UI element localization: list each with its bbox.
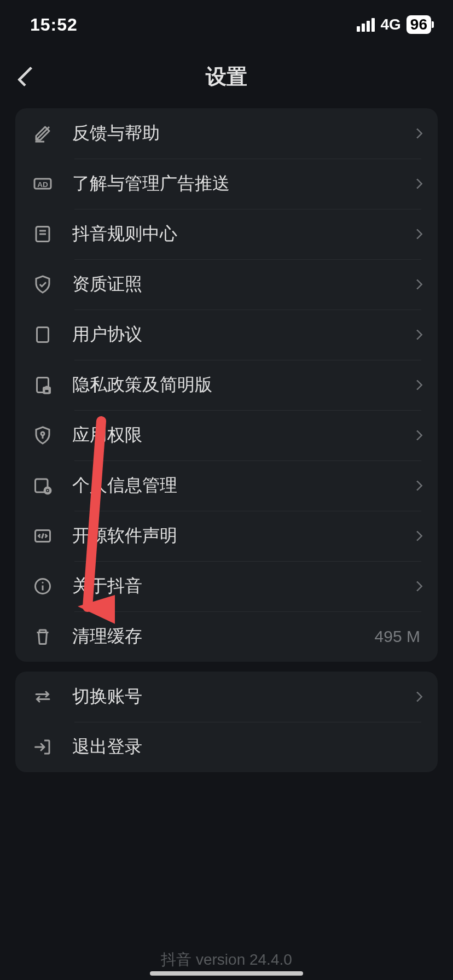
settings-group-2: 切换账号 退出登录 [15,672,438,772]
row-open-source[interactable]: 开源软件声明 [15,511,438,561]
status-bar: 15:52 4G 96 [0,0,453,49]
code-icon [32,525,54,547]
row-label: 了解与管理广告推送 [72,172,407,196]
chevron-right-icon [412,279,423,290]
svg-point-14 [47,490,49,492]
chevron-right-icon [412,329,423,340]
row-label: 应用权限 [72,423,407,447]
signal-icon [357,18,375,32]
row-label: 隐私政策及简明版 [72,373,407,397]
row-switch-account[interactable]: 切换账号 [15,672,438,722]
row-label: 开源软件声明 [72,524,407,548]
doc-lock-icon [32,374,54,396]
status-right: 4G 96 [357,15,431,34]
doc-icon [32,324,54,346]
book-icon [32,223,54,245]
chevron-right-icon [412,581,423,592]
svg-rect-5 [37,328,49,342]
shield-check-icon [32,273,54,295]
row-label: 退出登录 [72,735,421,759]
trash-icon [32,626,54,648]
ad-icon: AD [32,173,54,195]
row-label: 资质证照 [72,272,407,296]
row-label: 清理缓存 [72,625,375,649]
row-logout[interactable]: 退出登录 [15,722,438,772]
row-qualification[interactable]: 资质证照 [15,259,438,310]
row-label: 抖音规则中心 [72,222,407,246]
chevron-right-icon [412,380,423,390]
version-footer: 抖音 version 24.4.0 [0,949,453,970]
settings-group-1: 反馈与帮助 AD 了解与管理广告推送 抖音规则中心 资质证照 [15,108,438,662]
svg-text:AD: AD [37,180,48,189]
row-about[interactable]: 关于抖音 [15,561,438,611]
chevron-right-icon [412,229,423,240]
chevron-right-icon [412,178,423,189]
chevron-right-icon [412,430,423,441]
row-label: 个人信息管理 [72,474,407,498]
row-feedback-help[interactable]: 反馈与帮助 [15,108,438,159]
chevron-right-icon [412,691,423,702]
row-label: 关于抖音 [72,574,407,598]
nav-header: 设置 [0,55,453,98]
page-title: 设置 [206,63,247,91]
network-label: 4G [380,16,400,33]
chevron-right-icon [412,480,423,491]
info-icon [32,575,54,597]
row-label: 反馈与帮助 [72,121,407,145]
row-user-agreement[interactable]: 用户协议 [15,310,438,360]
logout-icon [32,736,54,758]
chevron-right-icon [412,530,423,541]
row-rules-center[interactable]: 抖音规则中心 [15,209,438,259]
row-label: 切换账号 [72,685,407,709]
battery-icon: 96 [406,15,431,34]
row-privacy-policy[interactable]: 隐私政策及简明版 [15,360,438,410]
home-indicator[interactable] [150,971,303,976]
row-ad-management[interactable]: AD 了解与管理广告推送 [15,159,438,209]
chevron-left-icon [18,67,38,87]
pencil-icon [32,122,54,144]
row-app-permissions[interactable]: 应用权限 [15,410,438,460]
row-label: 用户协议 [72,323,407,347]
row-clear-cache[interactable]: 清理缓存 495 M [15,611,438,662]
svg-point-18 [42,582,44,584]
row-personal-info[interactable]: 个人信息管理 [15,460,438,511]
status-time: 15:52 [30,15,78,35]
svg-point-9 [41,432,44,435]
shield-key-icon [32,424,54,446]
id-settings-icon [32,475,54,497]
cache-size-value: 495 M [375,627,420,646]
swap-icon [32,686,54,708]
back-button[interactable] [15,65,39,89]
chevron-right-icon [412,128,423,139]
